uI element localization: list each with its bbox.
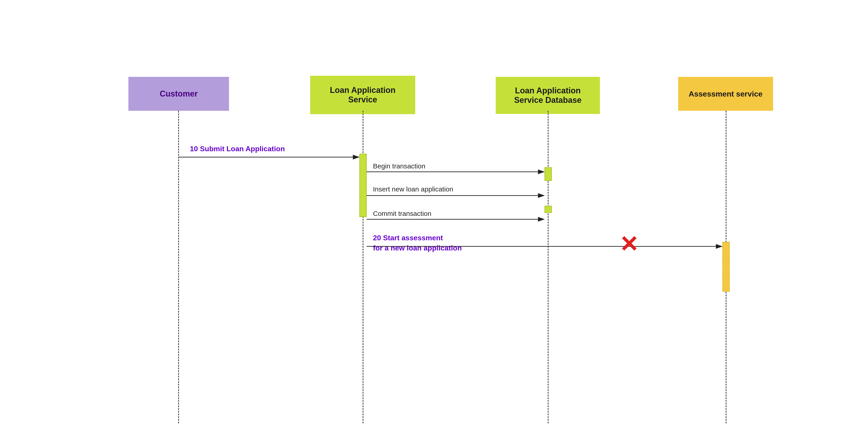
activation-assessment: [722, 242, 730, 292]
cross-mark: ✕: [619, 233, 638, 255]
msg-start-assessment: 20 Start assessment for a new loan appli…: [373, 233, 462, 253]
activation-db-begin: [545, 167, 552, 181]
msg-begin-transaction: Begin transaction: [373, 162, 426, 170]
msg-start-assessment-line1: 20 Start assessment: [373, 233, 462, 243]
sequence-diagram: Customer Loan Application Service Loan A…: [0, 0, 868, 446]
activation-loan-service: [360, 154, 367, 217]
arrows-svg: [0, 0, 868, 446]
msg-submit-loan: 10 Submit Loan Application: [190, 145, 285, 153]
activation-db-commit: [545, 206, 552, 213]
msg-start-assessment-line2: for a new loan application: [373, 243, 462, 253]
msg-insert-loan: Insert new loan application: [373, 185, 453, 193]
msg-commit-transaction: Commit transaction: [373, 210, 431, 218]
